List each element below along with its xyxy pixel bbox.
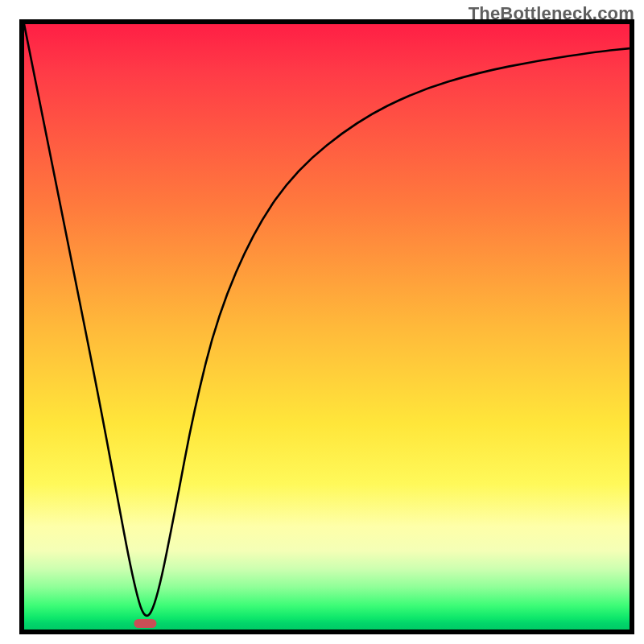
bottleneck-chart: TheBottleneck.com	[0, 0, 644, 644]
chart-frame	[19, 19, 634, 634]
bottleneck-curve-path	[24, 24, 630, 616]
plot-area	[24, 24, 630, 630]
watermark-text: TheBottleneck.com	[469, 3, 634, 24]
curve-svg	[24, 24, 630, 630]
minimum-marker	[134, 619, 156, 628]
